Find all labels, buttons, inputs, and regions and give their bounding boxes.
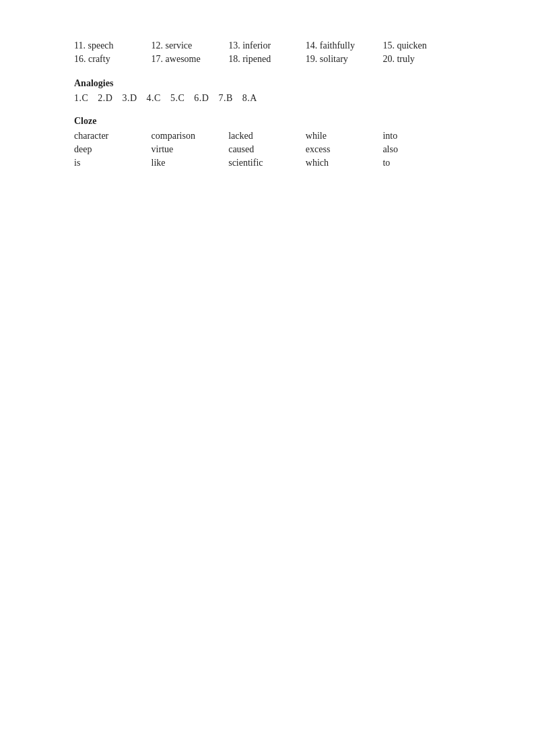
- analogy-2: 2.D: [98, 93, 112, 103]
- cloze-grid: character comparison lacked while into d…: [74, 131, 460, 168]
- numbered-item-14: 14. faithfully: [306, 40, 383, 51]
- cloze-word-r2c2: virtue: [152, 144, 229, 155]
- numbered-item-16: 16. crafty: [74, 54, 152, 65]
- analogies-answers: 1.C 2.D 3.D 4.C 5.C 6.D 7.B 8.A: [74, 93, 460, 104]
- analogies-section: Analogies 1.C 2.D 3.D 4.C 5.C 6.D 7.B 8.…: [74, 78, 460, 104]
- analogy-8: 8.A: [242, 93, 257, 103]
- numbered-item-12: 12. service: [152, 40, 229, 51]
- numbered-item-18: 18. ripened: [228, 54, 306, 65]
- numbered-item-15: 15. quicken: [382, 40, 460, 51]
- numbered-list: 11. speech 12. service 13. inferior 14. …: [74, 40, 460, 65]
- cloze-word-r2c1: deep: [74, 144, 152, 155]
- cloze-word-r1c2: comparison: [152, 131, 229, 141]
- analogy-4: 4.C: [147, 93, 161, 103]
- cloze-word-r2c4: excess: [306, 144, 383, 155]
- analogy-7: 7.B: [218, 93, 232, 103]
- numbered-item-20: 20. truly: [382, 54, 460, 65]
- numbered-item-11: 11. speech: [74, 40, 152, 51]
- cloze-word-r3c2: like: [152, 158, 229, 168]
- cloze-word-r3c5: to: [382, 158, 460, 168]
- cloze-word-r3c4: which: [306, 158, 383, 168]
- cloze-word-r1c4: while: [306, 131, 383, 141]
- cloze-word-r3c3: scientific: [228, 158, 306, 168]
- cloze-word-r3c1: is: [74, 158, 152, 168]
- analogies-title: Analogies: [74, 78, 460, 89]
- analogy-6: 6.D: [194, 93, 209, 103]
- analogy-5: 5.C: [170, 93, 185, 103]
- cloze-word-r2c5: also: [382, 144, 460, 155]
- cloze-word-r2c3: caused: [228, 144, 306, 155]
- cloze-word-r1c3: lacked: [228, 131, 306, 141]
- numbered-item-19: 19. solitary: [306, 54, 383, 65]
- numbered-item-13: 13. inferior: [228, 40, 306, 51]
- cloze-word-r1c1: character: [74, 131, 152, 141]
- cloze-title: Cloze: [74, 116, 460, 127]
- analogy-3: 3.D: [122, 93, 137, 103]
- cloze-section: Cloze character comparison lacked while …: [74, 116, 460, 168]
- analogy-1: 1.C: [74, 93, 88, 103]
- cloze-word-r1c5: into: [382, 131, 460, 141]
- numbered-item-17: 17. awesome: [152, 54, 229, 65]
